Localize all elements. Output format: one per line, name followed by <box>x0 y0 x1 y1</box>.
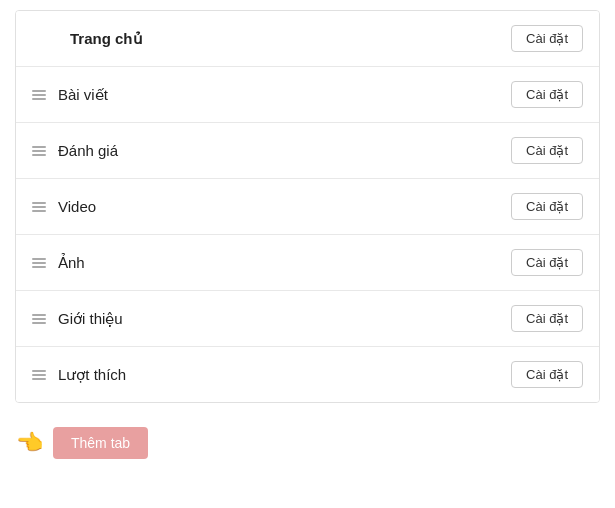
settings-button-gioi-thieu[interactable]: Cài đặt <box>511 305 583 332</box>
tab-label-anh: Ảnh <box>58 254 85 272</box>
settings-button-bai-viet[interactable]: Cài đặt <box>511 81 583 108</box>
settings-button-video[interactable]: Cài đặt <box>511 193 583 220</box>
tab-item-gioi-thieu: Giới thiệuCài đặt <box>16 291 599 347</box>
settings-button-danh-gia[interactable]: Cài đặt <box>511 137 583 164</box>
tab-item-left-danh-gia: Đánh giá <box>32 142 118 159</box>
drag-handle-anh[interactable] <box>32 258 46 268</box>
tab-label-bai-viet: Bài viết <box>58 86 108 104</box>
tab-item-left-anh: Ảnh <box>32 254 85 272</box>
drag-handle-bai-viet[interactable] <box>32 90 46 100</box>
settings-button-anh[interactable]: Cài đặt <box>511 249 583 276</box>
tab-label-gioi-thieu: Giới thiệu <box>58 310 123 328</box>
tab-item-left-luot-thich: Lượt thích <box>32 366 126 384</box>
tab-item-left-trang-chu: Trang chủ <box>32 30 143 48</box>
drag-handle-luot-thich[interactable] <box>32 370 46 380</box>
tab-list: Trang chủCài đặtBài viếtCài đặtĐánh giáC… <box>15 10 600 403</box>
main-container: Trang chủCài đặtBài viếtCài đặtĐánh giáC… <box>0 10 615 508</box>
add-tab-button[interactable]: Thêm tab <box>53 427 148 459</box>
tab-item-left-video: Video <box>32 198 96 215</box>
tab-item-danh-gia: Đánh giáCài đặt <box>16 123 599 179</box>
tab-item-luot-thich: Lượt thíchCài đặt <box>16 347 599 402</box>
drag-handle-danh-gia[interactable] <box>32 146 46 156</box>
tab-label-trang-chu: Trang chủ <box>70 30 143 48</box>
bottom-area: 👈 Thêm tab <box>0 413 615 473</box>
settings-button-trang-chu[interactable]: Cài đặt <box>511 25 583 52</box>
tab-label-danh-gia: Đánh giá <box>58 142 118 159</box>
tab-item-left-gioi-thieu: Giới thiệu <box>32 310 123 328</box>
drag-handle-gioi-thieu[interactable] <box>32 314 46 324</box>
hand-pointing-icon: 👈 <box>16 430 43 456</box>
tab-label-luot-thich: Lượt thích <box>58 366 126 384</box>
tab-item-bai-viet: Bài viếtCài đặt <box>16 67 599 123</box>
tab-item-trang-chu: Trang chủCài đặt <box>16 11 599 67</box>
tab-label-video: Video <box>58 198 96 215</box>
tab-item-video: VideoCài đặt <box>16 179 599 235</box>
settings-button-luot-thich[interactable]: Cài đặt <box>511 361 583 388</box>
drag-handle-video[interactable] <box>32 202 46 212</box>
tab-item-left-bai-viet: Bài viết <box>32 86 108 104</box>
tab-item-anh: ẢnhCài đặt <box>16 235 599 291</box>
